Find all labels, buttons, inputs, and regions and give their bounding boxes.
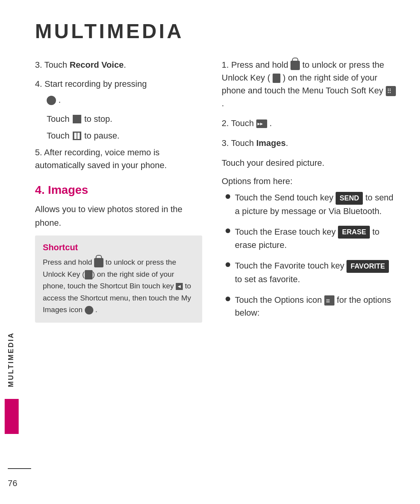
main-content: MULTIMEDIA 3. Touch Record Voice. 4. Sta… <box>23 0 420 504</box>
options-icon <box>324 295 334 306</box>
bullet-erase-text: Touch the Erase touch key ERASE to erase… <box>235 225 397 252</box>
bullet-item-send: Touch the Send touch key SEND to send a … <box>226 191 397 218</box>
touch-pause-item: Touch to pause. <box>47 129 202 142</box>
page-container: MULTIMEDIA 76 MULTIMEDIA 3. Touch Record… <box>0 0 420 504</box>
right-item-3: 3. Touch Images. <box>222 137 397 149</box>
shortcut-key-icon <box>85 270 93 279</box>
touch-pause-suffix: to pause. <box>84 129 120 142</box>
right-images-bold: Images <box>256 138 286 148</box>
send-btn-label: SEND <box>336 192 363 205</box>
touch-stop-item: Touch to stop. <box>47 112 202 125</box>
favorite-btn-label: FAVORITE <box>346 260 389 273</box>
touch-stop-label: Touch <box>47 112 70 125</box>
bullet-dot-send <box>226 194 230 199</box>
sidebar-accent-bar <box>5 399 19 434</box>
item5-text: 5. After recording, voice memo is automa… <box>35 148 167 170</box>
list-item-4: 4. Start recording by pressing . <box>35 77 202 106</box>
bullet-item-erase: Touch the Erase touch key ERASE to erase… <box>226 225 397 252</box>
right-menu-icon <box>386 86 396 96</box>
right-lock-icon <box>290 61 300 70</box>
right-column: 1. Press and hold to unlock or press the… <box>222 58 397 327</box>
shortcut-box: Shortcut Press and hold to unlock or pre… <box>35 235 202 323</box>
columns-layout: 3. Touch Record Voice. 4. Start recordin… <box>35 58 397 327</box>
bullet-favorite-text: Touch the Favorite touch key FAVORITE to… <box>235 259 397 286</box>
item4-desc: Start recording by pressing <box>44 79 147 89</box>
bullet-dot-erase <box>226 228 230 233</box>
list-item-5: 5. After recording, voice memo is automa… <box>35 146 202 172</box>
erase-btn-label: ERASE <box>338 226 370 239</box>
right-item-2: 2. Touch . <box>222 117 397 130</box>
touch-pause-label: Touch <box>47 129 70 142</box>
right-item-1: 1. Press and hold to unlock or press the… <box>222 58 397 110</box>
bullet-options-text: Touch the Options icon for the options b… <box>235 293 397 319</box>
sidebar-label: MULTIMEDIA <box>7 332 15 387</box>
bullet-item-options: Touch the Options icon for the options b… <box>226 293 397 319</box>
section-body-images: Allows you to view photos stored in the … <box>35 202 202 230</box>
item3-suffix: . <box>124 60 126 70</box>
right-key-icon <box>273 74 280 83</box>
right-video-icon <box>256 119 267 128</box>
options-text: Options from here: <box>222 176 397 186</box>
bullet-dot-favorite <box>226 262 230 267</box>
bullet-dot-options <box>226 297 230 301</box>
item4-text: 4. <box>35 79 42 89</box>
page-number: 76 <box>8 478 17 488</box>
bullet-send-text: Touch the Send touch key SEND to send a … <box>235 191 397 218</box>
right-item-4: Touch your desired picture. <box>222 156 397 169</box>
section-heading-images: 4. Images <box>35 183 202 197</box>
list-item-3: 3. Touch Record Voice. <box>35 58 202 71</box>
shortcut-lock-icon <box>94 258 103 267</box>
item3-bold: Record Voice <box>70 60 124 70</box>
shortcut-bin-icon: ◀ <box>176 283 183 290</box>
my-images-icon <box>85 306 93 314</box>
bullet-list: Touch the Send touch key SEND to send a … <box>226 191 397 319</box>
item3-num: 3. Touch Record Voice. <box>35 60 126 70</box>
stop-icon <box>73 115 81 123</box>
bullet-item-favorite: Touch the Favorite touch key FAVORITE to… <box>226 259 397 286</box>
record-icon <box>47 96 56 105</box>
page-title: MULTIMEDIA <box>35 19 397 43</box>
touch-stop-suffix: to stop. <box>84 112 112 125</box>
shortcut-title: Shortcut <box>43 242 194 253</box>
left-column: 3. Touch Record Voice. 4. Start recordin… <box>35 58 202 327</box>
record-dot: . <box>58 95 61 105</box>
shortcut-body: Press and hold to unlock or press the Un… <box>43 256 194 316</box>
sidebar: MULTIMEDIA 76 <box>0 0 23 504</box>
pause-icon <box>73 132 81 140</box>
